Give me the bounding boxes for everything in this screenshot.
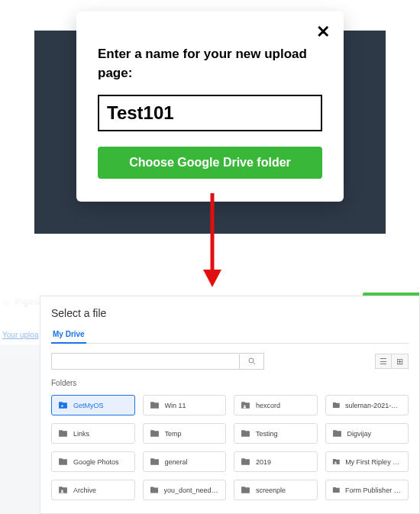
folder-icon	[58, 428, 68, 438]
folder-item[interactable]: general	[143, 451, 227, 472]
folder-label: you_dont_need_wp	[164, 487, 220, 494]
folder-icon	[150, 485, 159, 495]
svg-marker-1	[203, 270, 221, 287]
folder-item[interactable]: Digvijay	[325, 423, 409, 444]
close-icon[interactable]: ✕	[316, 22, 330, 42]
folder-icon	[332, 485, 341, 495]
folder-label: Temp	[165, 430, 182, 438]
folder-item[interactable]: Testing	[234, 423, 318, 444]
folder-label: general	[165, 458, 188, 466]
picker-search-input[interactable]	[51, 353, 240, 370]
folder-label: suleman-2021-03-17...	[345, 402, 402, 409]
folder-item[interactable]: 2019	[234, 451, 318, 472]
arrow-down-icon	[197, 189, 228, 289]
folder-item[interactable]: you_dont_need_wp	[143, 480, 227, 500]
folder-icon	[58, 457, 68, 467]
folder-icon	[241, 428, 250, 438]
list-view-icon: ☰	[380, 357, 387, 367]
folder-item[interactable]: Google Photos	[51, 451, 135, 472]
search-icon	[247, 357, 257, 366]
folder-label: Digvijay	[347, 430, 372, 438]
svg-point-3	[249, 358, 254, 363]
picker-title: Select a file	[51, 307, 409, 319]
folder-label: Testing	[256, 430, 278, 438]
view-grid-button[interactable]: ⊞	[392, 354, 409, 369]
shared-folder-icon	[241, 400, 250, 410]
folder-item[interactable]: Form Publisher Outp...	[325, 480, 409, 500]
folder-label: hexcord	[256, 402, 280, 409]
folder-item[interactable]: suleman-2021-03-17...	[325, 395, 409, 415]
picker-tabs: My Drive	[51, 327, 409, 344]
folder-label: Win 11	[165, 402, 186, 409]
folder-item[interactable]: hexcord	[234, 395, 318, 415]
folder-icon	[241, 457, 250, 467]
folders-section-label: Folders	[51, 379, 409, 387]
folder-icon	[150, 457, 160, 467]
folder-item[interactable]: My First Ripley Work...	[325, 451, 409, 472]
shared-folder-icon	[58, 400, 68, 410]
shared-folder-icon	[332, 457, 341, 467]
folder-item[interactable]: Temp	[143, 423, 227, 444]
folder-icon	[150, 400, 160, 410]
folder-item[interactable]: Archive	[51, 480, 135, 500]
svg-point-7	[334, 461, 336, 463]
svg-point-8	[61, 490, 63, 491]
folder-label: GetMyOS	[73, 402, 104, 409]
svg-point-2	[2, 297, 11, 306]
folder-label: Form Publisher Outp...	[345, 487, 402, 494]
svg-point-5	[61, 405, 63, 406]
upload-page-name-input[interactable]	[98, 95, 322, 131]
breadcrumb[interactable]: Your uploa	[0, 331, 40, 339]
folder-item[interactable]: Links	[51, 423, 135, 444]
folder-label: 2019	[256, 458, 271, 466]
drive-picker: Select a file My Drive ☰ ⊞	[40, 296, 420, 514]
svg-line-4	[253, 363, 255, 365]
folder-icon	[241, 485, 250, 495]
folder-icon	[332, 428, 342, 438]
modal-prompt: Enter a name for your new upload page:	[98, 45, 322, 82]
folder-label: screenple	[256, 487, 286, 494]
folder-label: Archive	[73, 487, 96, 494]
folder-label: My First Ripley Work...	[345, 458, 402, 466]
folder-item[interactable]: Win 11	[143, 395, 227, 415]
folder-label: Links	[73, 430, 89, 438]
tab-my-drive[interactable]: My Drive	[51, 327, 86, 343]
folder-label: Google Photos	[73, 458, 119, 466]
choose-folder-button[interactable]: Choose Google Drive folder	[98, 147, 322, 179]
folder-icon	[150, 428, 160, 438]
folder-item[interactable]: GetMyOS	[51, 395, 135, 415]
svg-point-6	[244, 405, 245, 406]
picker-search-button[interactable]	[240, 353, 264, 370]
view-list-button[interactable]: ☰	[375, 354, 392, 369]
folder-item[interactable]: screenple	[234, 480, 318, 500]
new-upload-page-modal: ✕ Enter a name for your new upload page:…	[76, 11, 344, 202]
grid-view-icon: ⊞	[396, 357, 403, 367]
folder-icon	[332, 400, 341, 410]
shared-folder-icon	[58, 485, 68, 495]
pigeon-icon	[1, 296, 11, 307]
